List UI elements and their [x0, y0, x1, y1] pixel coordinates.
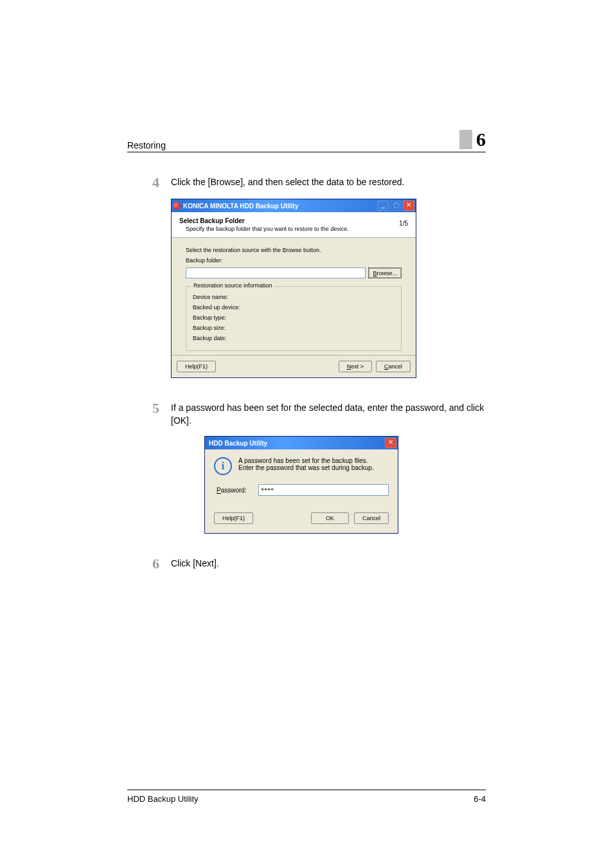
password-input[interactable] — [258, 484, 389, 496]
close-button[interactable]: ✕ — [403, 201, 414, 211]
chapter-number: 6 — [472, 129, 486, 150]
backup-date-value — [249, 335, 395, 343]
titlebar: KONICA MINOLTA HDD Backup Utility _ ▢ ✕ — [172, 199, 416, 212]
pw-close-button[interactable]: ✕ — [385, 438, 396, 448]
backup-size-value — [249, 325, 395, 333]
device-name-value — [249, 294, 395, 302]
backup-type-label: Backup type: — [193, 314, 249, 323]
step-number-5: 5 — [127, 401, 171, 427]
restoration-info-group: Restoration source information Device na… — [186, 286, 402, 351]
backup-folder-input[interactable] — [186, 267, 366, 278]
maximize-button[interactable]: ▢ — [390, 201, 402, 211]
groupbox-title: Restoration source information — [191, 282, 274, 289]
browse-button-label: Browse... — [373, 270, 397, 276]
backup-folder-label: Backup folder: — [186, 257, 402, 264]
wizard-step-counter: 1/5 — [399, 217, 408, 232]
pw-cancel-button[interactable]: Cancel — [354, 512, 389, 524]
step-text-6: Click [Next]. — [171, 557, 486, 571]
step-number-6: 6 — [127, 557, 171, 571]
help-button[interactable]: Help(F1) — [177, 361, 216, 372]
pw-message-line1: A password has been set for the backup f… — [238, 457, 374, 464]
wizard-window: KONICA MINOLTA HDD Backup Utility _ ▢ ✕ … — [171, 199, 416, 378]
pw-ok-button[interactable]: OK — [311, 512, 349, 524]
wizard-heading: Select Backup Folder — [179, 217, 349, 224]
step-text-5: If a password has been set for the selec… — [171, 401, 486, 427]
backup-date-label: Backup date: — [193, 335, 249, 343]
backup-type-value — [249, 314, 395, 323]
backup-size-label: Backup size: — [193, 325, 249, 333]
cancel-button[interactable]: Cancel — [376, 361, 411, 372]
password-dialog: HDD Backup Utility ✕ i A password has be… — [204, 436, 398, 534]
browse-button[interactable]: Browse... — [368, 267, 402, 278]
app-icon — [173, 202, 181, 210]
page-section-title: Restoring — [127, 140, 166, 150]
device-name-label: Device name: — [193, 294, 249, 302]
password-label: Password: — [217, 487, 252, 494]
info-icon: i — [214, 457, 232, 475]
next-button[interactable]: Next > — [339, 361, 372, 372]
wizard-subheading: Specify the backup folder that you want … — [179, 224, 349, 232]
wizard-instruction: Select the restoration source with the B… — [186, 247, 402, 253]
backed-up-device-label: Backed up device: — [193, 304, 249, 312]
minimize-button[interactable]: _ — [377, 201, 389, 211]
chapter-badge: 6 — [459, 129, 486, 150]
pw-window-title: HDD Backup Utility — [206, 440, 385, 447]
pw-help-button[interactable]: Help(F1) — [214, 512, 253, 524]
footer-right: 6-4 — [474, 794, 486, 804]
footer-left: HDD Backup Utility — [127, 794, 199, 804]
window-title: KONICA MINOLTA HDD Backup Utility — [183, 203, 377, 210]
pw-message-line2: Enter the password that was set during b… — [238, 464, 374, 471]
step-number-4: 4 — [127, 176, 171, 190]
backed-up-device-value — [249, 304, 395, 312]
pw-titlebar: HDD Backup Utility ✕ — [205, 437, 398, 449]
step-text-4: Click the [Browse], and then select the … — [171, 176, 486, 190]
